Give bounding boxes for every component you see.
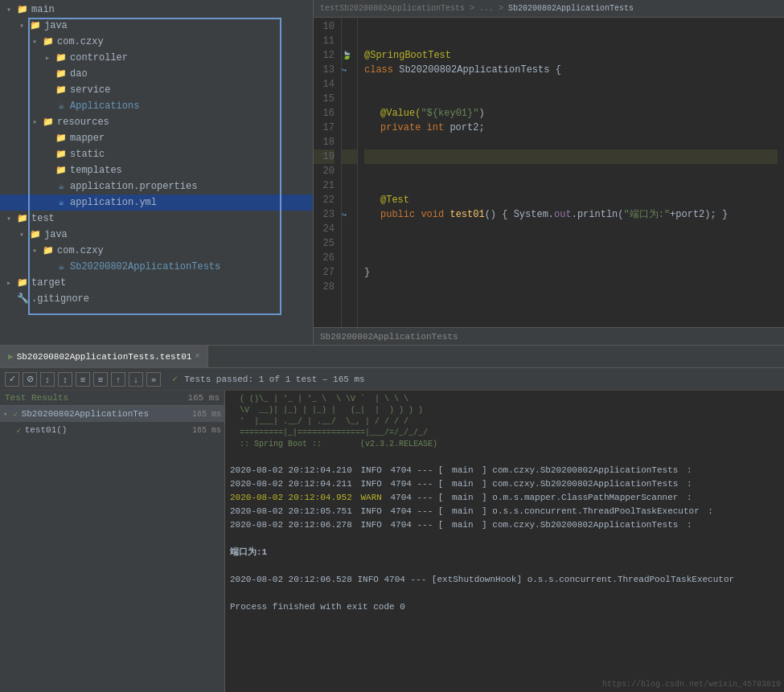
code-line-10: [364, 19, 778, 34]
down-button[interactable]: ↓: [129, 372, 143, 387]
results-title: Test Results: [5, 393, 68, 403]
code-line-18: [364, 135, 778, 149]
console-shutdown-line: 2020-08-02 20:12:06.528 INFO 4704 --- [e…: [230, 573, 779, 587]
bottom-section: ▶ Sb20200802ApplicationTests.test01 × ✓ …: [0, 346, 784, 692]
arrow-com-czxy: [32, 37, 42, 47]
log-line-2: 2020-08-02 20:12:04.211 INFO 4704 --- [ …: [230, 477, 779, 491]
results-panel: Test Results 165 ms ✓ Sb20200802Applicat…: [0, 391, 225, 692]
java-app-applications-icon: ☕: [55, 100, 68, 113]
tree-item-java-test[interactable]: 📁 java: [0, 227, 313, 243]
log-pid-5: 4704 --- [: [390, 520, 443, 530]
log-time-3: 2020-08-02 20:12:04.952: [230, 493, 352, 502]
tree-label-applications: Applications: [70, 100, 139, 112]
method-test01: test01: [449, 207, 484, 222]
code-line-28: [364, 280, 778, 294]
tree-item-resources[interactable]: 📁 resources: [0, 114, 313, 130]
tree-item-application-yml[interactable]: ☕ application.yml: [0, 194, 313, 211]
result-test-item[interactable]: ✓ test01() 165 ms: [0, 422, 224, 438]
sort-desc-button[interactable]: ↕: [58, 372, 72, 387]
shutdown-text: 2020-08-02 20:12:06.528 INFO 4704 --- [e…: [230, 575, 734, 584]
str-key01: "${key01}": [421, 106, 478, 121]
annotation-value: @Value(: [380, 106, 421, 121]
tree-label-java: java: [44, 20, 68, 31]
filter1-button[interactable]: ≡: [76, 372, 90, 387]
up-button[interactable]: ↑: [111, 372, 125, 387]
tree-label-resources: resources: [57, 117, 109, 128]
arrow-test: [6, 214, 16, 223]
status-check-icon: ✓: [172, 373, 178, 385]
filter2-button[interactable]: ≡: [93, 372, 108, 387]
rerun-button[interactable]: ✓: [5, 372, 19, 387]
tree-label-com-czxy-test: com.czxy: [57, 245, 104, 256]
result-suite-item[interactable]: ✓ Sb20200802ApplicationTes 165 ms: [0, 406, 224, 422]
kw-private-17: private: [380, 121, 427, 135]
log-time-5: 2020-08-02 20:12:06.278: [230, 520, 352, 530]
log-level-warn-3: WARN: [360, 493, 381, 502]
folder-controller-icon: 📁: [55, 51, 68, 64]
code-editor-panel: testSb20200802ApplicationTests > ... > S…: [314, 0, 784, 345]
log-logger-1: ] com.czxy.Sb20200802ApplicationTests: [482, 465, 678, 475]
arrow-java-test: [19, 230, 29, 240]
stop-button[interactable]: ⊘: [23, 372, 37, 387]
arrow-controller: [45, 53, 55, 63]
tree-label-mapper: mapper: [70, 133, 105, 144]
tree-item-gitignore[interactable]: 🔧 .gitignore: [0, 291, 313, 307]
tree-item-com-czxy[interactable]: 📁 com.czxy: [0, 34, 313, 50]
code-line-11: [364, 34, 778, 48]
banner-line-3: ' |___| .__/ | .__/ \_, | / / / /: [230, 416, 779, 428]
log-line-5: 2020-08-02 20:12:06.278 INFO 4704 --- [ …: [230, 518, 779, 532]
tree-item-com-czxy-test[interactable]: 📁 com.czxy: [0, 243, 313, 259]
log-time-2: 2020-08-02 20:12:04.211: [230, 479, 352, 489]
annotation-test: @Test: [380, 193, 409, 207]
result-suite-time: 165 ms: [192, 410, 221, 419]
console-output-line: 端口为:1: [230, 546, 779, 559]
spring-boot-banner: ( ()\_ | '_ | '_ \ \ \V ` | \ \ \ \V __)…: [230, 394, 779, 450]
code-line-24: [364, 222, 778, 236]
footer-filename: Sb20200802ApplicationTests: [320, 332, 458, 342]
varname-port2: port2;: [449, 121, 484, 135]
tree-item-dao[interactable]: 📁 dao: [0, 66, 313, 82]
tree-item-main[interactable]: 📁 main: [0, 2, 313, 18]
tree-item-sb-app-tests[interactable]: ☕ Sb20200802ApplicationTests: [0, 259, 313, 275]
result-suite-label: Sb20200802ApplicationTes: [22, 409, 149, 419]
result-test-label: test01(): [25, 425, 68, 435]
run-tab-icon: ▶: [8, 351, 14, 362]
tree-item-applications[interactable]: ☕ Applications: [0, 98, 313, 114]
tree-item-mapper[interactable]: 📁 mapper: [0, 130, 313, 146]
log-pid-3: 4704 --- [: [390, 493, 443, 502]
log-time-4: 2020-08-02 20:12:05.751: [230, 506, 352, 516]
tree-item-test[interactable]: 📁 test: [0, 211, 313, 227]
result-suite-arrow: [3, 410, 13, 419]
tree-item-controller[interactable]: 📁 controller: [0, 50, 313, 66]
log-logger-5: ] com.czxy.Sb20200802ApplicationTests: [482, 520, 678, 530]
tree-item-service[interactable]: 📁 service: [0, 82, 313, 98]
sort-asc-button[interactable]: ↕: [40, 372, 55, 387]
run-tab-close[interactable]: ×: [195, 352, 199, 361]
folder-com-czxy-icon: 📁: [42, 35, 55, 48]
yml-icon: ☕: [55, 196, 68, 209]
tree-label-sb-app-tests: Sb20200802ApplicationTests: [70, 261, 220, 272]
folder-target-icon: 📁: [16, 276, 29, 289]
result-suite-check: ✓: [13, 409, 18, 420]
arrow-resources: [32, 117, 42, 127]
tree-item-application-properties[interactable]: ☕ application.properties: [0, 178, 313, 194]
tree-label-java-test: java: [44, 229, 68, 240]
tree-label-static: static: [70, 149, 105, 160]
tree-item-static[interactable]: 📁 static: [0, 146, 313, 162]
paren-16: ): [478, 106, 484, 121]
log-level-info-5: INFO: [360, 520, 381, 530]
run-tab-active[interactable]: ▶ Sb20200802ApplicationTests.test01 ×: [0, 346, 208, 367]
code-line-21: [364, 178, 778, 193]
folder-dao-icon: 📁: [55, 68, 68, 80]
arrow-com-czxy-test: [32, 246, 42, 256]
tree-item-templates[interactable]: 📁 templates: [0, 162, 313, 178]
code-line-22: @Test: [364, 193, 778, 207]
tree-item-target[interactable]: 📁 target: [0, 275, 313, 291]
java-app-tests-icon: ☕: [55, 260, 68, 273]
properties-icon: ☕: [55, 180, 68, 193]
log-line-4: 2020-08-02 20:12:05.751 INFO 4704 --- [ …: [230, 505, 779, 518]
top-section: 📁 main 📁 java 📁 com.czxy: [0, 0, 784, 346]
code-line-19: [364, 149, 778, 164]
tree-item-java[interactable]: 📁 java: [0, 18, 313, 34]
more-button[interactable]: »: [146, 372, 161, 387]
